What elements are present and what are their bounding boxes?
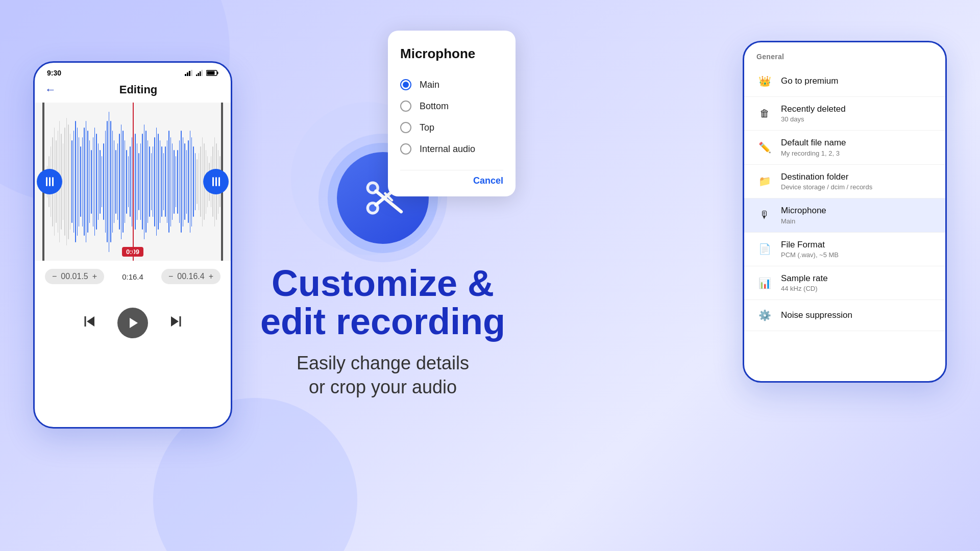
trim-right-value: 00.16.4 xyxy=(177,272,204,281)
settings-item-icon: ⚙️ xyxy=(756,307,773,323)
svg-rect-10 xyxy=(207,71,215,75)
svg-rect-5 xyxy=(198,73,200,76)
settings-items-list: 👑Go to premium🗑Recently deleted30 days✏️… xyxy=(744,66,945,331)
trim-left-minus[interactable]: − xyxy=(52,272,57,281)
settings-item-sub: Main xyxy=(781,217,933,225)
mic-option[interactable]: Bottom xyxy=(400,95,503,117)
settings-item-sub: Device storage / dcim / records xyxy=(781,183,933,191)
settings-item-text: Noise suppression xyxy=(781,310,933,320)
settings-item-icon: ✏️ xyxy=(756,139,773,156)
settings-item[interactable]: 🗑Recently deleted30 days xyxy=(744,97,945,131)
status-time: 9:30 xyxy=(47,69,61,77)
headline-line1: Customize & xyxy=(272,263,494,304)
sub-line2: or crop your audio xyxy=(309,377,457,397)
mic-option[interactable]: Main xyxy=(400,74,503,95)
settings-item-icon: 📄 xyxy=(756,241,773,257)
signal-icon xyxy=(196,70,203,76)
settings-item[interactable]: 📊Sample rate44 kHz (CD) xyxy=(744,266,945,300)
back-button[interactable]: ← xyxy=(45,83,56,96)
phone-settings: General 👑Go to premium🗑Recently deleted3… xyxy=(743,41,947,383)
settings-item-label: Destination folder xyxy=(781,172,933,182)
settings-item-sub: My recording 1, 2, 3 xyxy=(781,149,933,157)
playback-controls xyxy=(35,297,231,348)
settings-item[interactable]: 🎙MicrophoneMain xyxy=(744,198,945,232)
main-headline: Customize & edit recording xyxy=(260,264,505,341)
settings-item-text: File FormatPCM (.wav), ~5 MB xyxy=(781,240,933,259)
status-bar: 9:30 xyxy=(35,63,231,79)
settings-item-label: Noise suppression xyxy=(781,310,933,320)
settings-item-text: Recently deleted30 days xyxy=(781,104,933,123)
mic-option-label: Main xyxy=(420,80,439,90)
headline-line2: edit recording xyxy=(260,301,505,342)
trim-left-value: 00.01.5 xyxy=(61,272,88,281)
skip-forward-button[interactable] xyxy=(168,314,183,332)
trim-right-button[interactable] xyxy=(203,169,229,194)
svg-rect-6 xyxy=(200,71,201,76)
settings-item-icon: 👑 xyxy=(756,73,773,89)
skip-back-button[interactable] xyxy=(83,314,97,332)
settings-item-text: Destination folderDevice storage / dcim … xyxy=(781,172,933,191)
settings-item-text: Sample rate44 kHz (CD) xyxy=(781,273,933,292)
trim-right-plus[interactable]: + xyxy=(209,272,213,281)
trim-right-input[interactable]: − 00.16.4 + xyxy=(161,269,220,284)
settings-section-label: General xyxy=(744,42,945,66)
mic-option-label: Bottom xyxy=(420,101,449,112)
mic-option[interactable]: Top xyxy=(400,117,503,138)
settings-item-sub: PCM (.wav), ~5 MB xyxy=(781,251,933,259)
settings-item-label: Microphone xyxy=(781,206,933,216)
waveform-area[interactable]: 0:09 xyxy=(35,103,231,261)
playhead xyxy=(133,103,134,261)
mic-option[interactable]: Internal audio xyxy=(400,138,503,160)
svg-rect-1 xyxy=(187,72,188,76)
trim-left-button[interactable] xyxy=(37,169,62,194)
mic-cancel-area: Cancel xyxy=(400,170,503,186)
settings-item-label: File Format xyxy=(781,240,933,250)
settings-item-label: Recently deleted xyxy=(781,104,933,114)
editing-title: Editing xyxy=(56,83,220,96)
settings-item-text: MicrophoneMain xyxy=(781,206,933,224)
svg-rect-2 xyxy=(189,71,190,76)
svg-rect-3 xyxy=(191,70,192,76)
settings-item-text: Default file nameMy recording 1, 2, 3 xyxy=(781,138,933,157)
trim-center-time: 0:16.4 xyxy=(122,272,143,281)
settings-item[interactable]: 👑Go to premium xyxy=(744,66,945,97)
phone-header: ← Editing xyxy=(35,79,231,103)
settings-item-label: Default file name xyxy=(781,138,933,148)
settings-item[interactable]: ⚙️Noise suppression xyxy=(744,300,945,331)
wifi-icon xyxy=(185,70,193,76)
status-icons xyxy=(185,70,218,76)
mic-option-label: Top xyxy=(420,122,434,133)
trim-controls: − 00.01.5 + 0:16.4 − 00.16.4 + xyxy=(35,261,231,292)
settings-item-icon: 📊 xyxy=(756,275,773,291)
settings-item-text: Go to premium xyxy=(781,76,933,86)
settings-item[interactable]: 📁Destination folderDevice storage / dcim… xyxy=(744,165,945,198)
svg-rect-9 xyxy=(217,72,218,74)
settings-item[interactable]: 📄File FormatPCM (.wav), ~5 MB xyxy=(744,233,945,266)
trim-left-input[interactable]: − 00.01.5 + xyxy=(45,269,104,284)
settings-item-icon: 🎙 xyxy=(756,207,773,223)
settings-item-sub: 30 days xyxy=(781,115,933,123)
settings-item-label: Sample rate xyxy=(781,273,933,284)
svg-rect-0 xyxy=(185,74,186,76)
sub-line1: Easily change details xyxy=(297,353,469,373)
settings-item-icon: 📁 xyxy=(756,173,773,189)
settings-item-sub: 44 kHz (CD) xyxy=(781,285,933,292)
mic-option-label: Internal audio xyxy=(420,144,475,155)
trim-left-plus[interactable]: + xyxy=(92,272,97,281)
sub-headline: Easily change details or crop your audio xyxy=(297,352,469,399)
play-button[interactable] xyxy=(117,308,148,338)
battery-icon xyxy=(206,70,218,76)
phone-editing: 9:30 ← Editing 0:09 xyxy=(33,61,232,429)
svg-rect-7 xyxy=(202,70,203,76)
settings-item-icon: 🗑 xyxy=(756,106,773,122)
settings-item[interactable]: ✏️Default file nameMy recording 1, 2, 3 xyxy=(744,131,945,164)
trim-right-minus[interactable]: − xyxy=(168,272,173,281)
mic-cancel-button[interactable]: Cancel xyxy=(473,176,503,186)
microphone-dialog: Microphone MainBottomTopInternal audio C… xyxy=(388,31,516,196)
svg-rect-4 xyxy=(196,74,198,76)
mic-options-list: MainBottomTopInternal audio xyxy=(400,74,503,160)
svg-marker-12 xyxy=(130,318,138,328)
settings-item-label: Go to premium xyxy=(781,76,933,86)
mic-dialog-title: Microphone xyxy=(400,46,503,62)
